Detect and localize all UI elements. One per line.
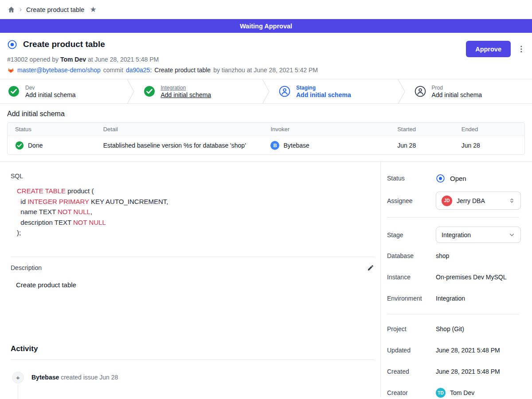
activity-plus-icon: + xyxy=(12,372,24,383)
stage-user-icon xyxy=(415,86,426,97)
pipeline-stage-dev[interactable]: DevAdd initial schema xyxy=(0,79,126,103)
field-value: Integration xyxy=(436,295,465,302)
assignee-select[interactable]: JD Jerry DBA xyxy=(436,192,521,210)
approve-button[interactable]: Approve xyxy=(466,41,511,57)
field-label: Created xyxy=(387,368,436,375)
stage-task-label: Add initial schema xyxy=(25,91,76,98)
approval-banner-text: Waiting Approval xyxy=(240,23,292,30)
stage-env-label: Staging xyxy=(296,85,351,91)
stage-value: Integration xyxy=(442,231,504,239)
breadcrumb: › Create product table ★ xyxy=(0,0,532,19)
column-header-started: Started xyxy=(397,126,462,133)
stage-task-label: Add initial schema xyxy=(432,91,482,98)
task-detail: Established baseline version %s for data… xyxy=(103,142,271,149)
gitlab-icon xyxy=(7,66,15,74)
kebab-menu-icon[interactable]: ⋮ xyxy=(517,45,525,53)
description-label: Description xyxy=(11,264,42,271)
edit-description-icon[interactable] xyxy=(367,264,374,271)
stage-separator-chevron-icon xyxy=(126,79,136,103)
chevron-down-icon xyxy=(509,231,515,238)
commit-line: master@bytebase-demo/shop commit da90a25… xyxy=(7,66,525,79)
content-area: SQL CREATE TABLE product ( id INTEGER PR… xyxy=(0,161,532,397)
task-started: Jun 28 xyxy=(397,142,462,149)
field-value: On-premises Dev MySQL xyxy=(436,274,506,281)
sql-label: SQL xyxy=(11,172,374,180)
commit-branch-link[interactable]: master@bytebase-demo/shop xyxy=(17,66,101,74)
stage-select[interactable]: Integration xyxy=(436,227,521,243)
divider xyxy=(11,360,374,360)
assignee-value: Jerry DBA xyxy=(457,197,504,204)
divider xyxy=(387,314,519,314)
column-header-ended: Ended xyxy=(462,126,524,133)
stage-task-label: Add initial schema xyxy=(296,91,351,98)
status-value: Open xyxy=(436,174,466,183)
assignee-label: Assignee xyxy=(387,197,436,204)
favorite-star-icon[interactable]: ★ xyxy=(90,5,96,14)
description-text: Create product table xyxy=(16,281,374,289)
invoker-name: Bytebase xyxy=(283,142,309,149)
stage-pipeline: DevAdd initial schemaIntegrationAdd init… xyxy=(0,79,532,104)
task-table: StatusDetailInvokerStartedEnded DoneEsta… xyxy=(7,122,525,155)
breadcrumb-separator-icon: › xyxy=(20,5,22,13)
field-label: Project xyxy=(387,325,436,332)
creator-avatar: TD xyxy=(436,388,446,398)
breadcrumb-page-title[interactable]: Create product table xyxy=(26,6,84,13)
field-label: Environment xyxy=(387,295,436,302)
updown-chevron-icon xyxy=(509,197,515,204)
sidebar-field-instance: InstanceOn-premises Dev MySQL xyxy=(387,271,521,283)
issue-number-text: #13002 opened by xyxy=(7,56,59,63)
task-row[interactable]: DoneEstablished baseline version %s for … xyxy=(8,136,524,154)
task-table-header: StatusDetailInvokerStartedEnded xyxy=(8,123,524,136)
stage-done-check-icon xyxy=(144,86,155,97)
pipeline-stage-integration[interactable]: IntegrationAdd initial schema xyxy=(136,79,262,103)
home-icon[interactable] xyxy=(8,6,15,13)
sql-line: description TEXT NOT NULL xyxy=(17,217,374,228)
timeline-connector xyxy=(18,385,18,399)
commit-message: Create product table xyxy=(154,66,211,74)
sidebar-field-project: ProjectShop (Git) xyxy=(387,323,521,335)
column-header-invoker: Invoker xyxy=(270,126,397,133)
column-header-status: Status xyxy=(8,126,103,133)
pipeline-stage-staging[interactable]: StagingAdd initial schema xyxy=(271,79,397,103)
activity-actor: Bytebase xyxy=(31,374,59,381)
field-label: Instance xyxy=(387,274,436,281)
field-value: June 28, 2021 5:48 PM xyxy=(436,368,500,375)
stage-separator-chevron-icon xyxy=(397,79,407,103)
creator-value: TD Tom Dev xyxy=(436,388,474,398)
sidebar-field-environment: EnvironmentIntegration xyxy=(387,293,521,304)
stage-done-check-icon xyxy=(8,86,20,97)
commit-hash-link[interactable]: da90a25 xyxy=(126,66,150,74)
status-open-icon xyxy=(436,174,445,183)
divider xyxy=(11,257,374,257)
commit-word: commit xyxy=(103,66,123,74)
field-label: Database xyxy=(387,252,436,259)
sql-line: ); xyxy=(17,227,374,238)
sidebar: Status Open Assignee JD Jerry DBA Stage xyxy=(380,162,532,397)
sql-line: CREATE TABLE product ( xyxy=(17,186,374,196)
sidebar-field-database: Databaseshop xyxy=(387,250,521,262)
creator-label: Creator xyxy=(387,389,436,396)
stage-separator-chevron-icon xyxy=(261,79,271,103)
sql-statement: CREATE TABLE product ( id INTEGER PRIMAR… xyxy=(17,186,374,238)
main-column: SQL CREATE TABLE product ( id INTEGER PR… xyxy=(0,162,380,397)
activity-action: created issue Jun 28 xyxy=(61,374,118,381)
commit-byline: by tianzhou at June 28, 2021 5:42 PM xyxy=(213,66,318,74)
sidebar-field-updated: UpdatedJune 28, 2021 5:48 PM xyxy=(387,344,521,356)
status-label: Status xyxy=(387,175,436,182)
stage-task-label: Add initial schema xyxy=(161,91,211,98)
column-header-detail: Detail xyxy=(103,126,271,133)
issue-header: Create product table Approve ⋮ #13002 op… xyxy=(0,33,532,79)
activity-item: +Bytebase created issue Jun 28 xyxy=(11,372,374,383)
task-ended: Jun 28 xyxy=(462,142,524,149)
field-value: Shop (Git) xyxy=(436,325,464,332)
pipeline-stage-prod[interactable]: ProdAdd initial schema xyxy=(407,79,532,103)
commit-colon: : xyxy=(150,66,152,74)
stage-env-label: Prod xyxy=(432,85,482,91)
task-status: Done xyxy=(28,142,43,149)
assignee-avatar: JD xyxy=(442,196,452,206)
stage-label: Stage xyxy=(387,231,436,239)
stage-env-label: Integration xyxy=(161,85,211,91)
issue-meta: #13002 opened by Tom Dev at June 28, 202… xyxy=(7,56,525,63)
divider xyxy=(387,217,519,218)
field-label: Updated xyxy=(387,347,436,354)
